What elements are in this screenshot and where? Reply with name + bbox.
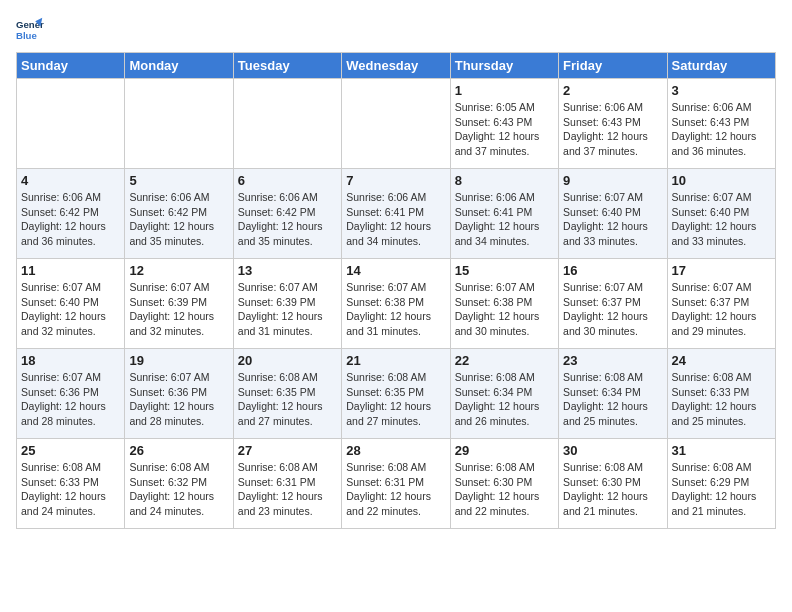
calendar-day-cell <box>233 79 341 169</box>
day-info-text: Sunrise: 6:06 AM Sunset: 6:43 PM Dayligh… <box>563 100 662 159</box>
day-number: 13 <box>238 263 337 278</box>
day-info-text: Sunrise: 6:05 AM Sunset: 6:43 PM Dayligh… <box>455 100 554 159</box>
calendar-week-row: 25Sunrise: 6:08 AM Sunset: 6:33 PM Dayli… <box>17 439 776 529</box>
day-info-text: Sunrise: 6:06 AM Sunset: 6:41 PM Dayligh… <box>346 190 445 249</box>
day-number: 6 <box>238 173 337 188</box>
day-number: 29 <box>455 443 554 458</box>
day-number: 4 <box>21 173 120 188</box>
svg-text:Blue: Blue <box>16 30 37 41</box>
day-number: 12 <box>129 263 228 278</box>
day-info-text: Sunrise: 6:07 AM Sunset: 6:40 PM Dayligh… <box>21 280 120 339</box>
calendar-day-cell: 17Sunrise: 6:07 AM Sunset: 6:37 PM Dayli… <box>667 259 775 349</box>
day-number: 1 <box>455 83 554 98</box>
calendar-day-cell: 9Sunrise: 6:07 AM Sunset: 6:40 PM Daylig… <box>559 169 667 259</box>
day-info-text: Sunrise: 6:08 AM Sunset: 6:35 PM Dayligh… <box>238 370 337 429</box>
calendar-day-cell: 21Sunrise: 6:08 AM Sunset: 6:35 PM Dayli… <box>342 349 450 439</box>
calendar-day-cell: 1Sunrise: 6:05 AM Sunset: 6:43 PM Daylig… <box>450 79 558 169</box>
day-number: 15 <box>455 263 554 278</box>
calendar-day-cell: 28Sunrise: 6:08 AM Sunset: 6:31 PM Dayli… <box>342 439 450 529</box>
day-info-text: Sunrise: 6:07 AM Sunset: 6:39 PM Dayligh… <box>238 280 337 339</box>
calendar-day-cell <box>125 79 233 169</box>
calendar-day-cell: 24Sunrise: 6:08 AM Sunset: 6:33 PM Dayli… <box>667 349 775 439</box>
day-info-text: Sunrise: 6:08 AM Sunset: 6:35 PM Dayligh… <box>346 370 445 429</box>
day-number: 16 <box>563 263 662 278</box>
calendar-day-cell: 18Sunrise: 6:07 AM Sunset: 6:36 PM Dayli… <box>17 349 125 439</box>
day-info-text: Sunrise: 6:06 AM Sunset: 6:42 PM Dayligh… <box>238 190 337 249</box>
day-number: 23 <box>563 353 662 368</box>
day-of-week-header: Saturday <box>667 53 775 79</box>
calendar-week-row: 11Sunrise: 6:07 AM Sunset: 6:40 PM Dayli… <box>17 259 776 349</box>
calendar-day-cell: 5Sunrise: 6:06 AM Sunset: 6:42 PM Daylig… <box>125 169 233 259</box>
calendar-day-cell: 25Sunrise: 6:08 AM Sunset: 6:33 PM Dayli… <box>17 439 125 529</box>
day-of-week-header: Monday <box>125 53 233 79</box>
calendar-day-cell: 10Sunrise: 6:07 AM Sunset: 6:40 PM Dayli… <box>667 169 775 259</box>
day-info-text: Sunrise: 6:06 AM Sunset: 6:42 PM Dayligh… <box>129 190 228 249</box>
day-number: 22 <box>455 353 554 368</box>
day-info-text: Sunrise: 6:07 AM Sunset: 6:40 PM Dayligh… <box>563 190 662 249</box>
calendar-week-row: 4Sunrise: 6:06 AM Sunset: 6:42 PM Daylig… <box>17 169 776 259</box>
calendar-day-cell: 12Sunrise: 6:07 AM Sunset: 6:39 PM Dayli… <box>125 259 233 349</box>
day-number: 11 <box>21 263 120 278</box>
day-info-text: Sunrise: 6:08 AM Sunset: 6:33 PM Dayligh… <box>21 460 120 519</box>
day-number: 31 <box>672 443 771 458</box>
calendar-day-cell <box>342 79 450 169</box>
day-info-text: Sunrise: 6:06 AM Sunset: 6:42 PM Dayligh… <box>21 190 120 249</box>
calendar-week-row: 18Sunrise: 6:07 AM Sunset: 6:36 PM Dayli… <box>17 349 776 439</box>
day-number: 30 <box>563 443 662 458</box>
day-of-week-header: Thursday <box>450 53 558 79</box>
day-info-text: Sunrise: 6:08 AM Sunset: 6:30 PM Dayligh… <box>455 460 554 519</box>
calendar-header-row: SundayMondayTuesdayWednesdayThursdayFrid… <box>17 53 776 79</box>
calendar-day-cell: 19Sunrise: 6:07 AM Sunset: 6:36 PM Dayli… <box>125 349 233 439</box>
day-number: 24 <box>672 353 771 368</box>
calendar-day-cell: 2Sunrise: 6:06 AM Sunset: 6:43 PM Daylig… <box>559 79 667 169</box>
day-number: 5 <box>129 173 228 188</box>
day-info-text: Sunrise: 6:07 AM Sunset: 6:37 PM Dayligh… <box>672 280 771 339</box>
calendar-day-cell: 3Sunrise: 6:06 AM Sunset: 6:43 PM Daylig… <box>667 79 775 169</box>
day-number: 20 <box>238 353 337 368</box>
calendar-day-cell: 6Sunrise: 6:06 AM Sunset: 6:42 PM Daylig… <box>233 169 341 259</box>
calendar-day-cell: 13Sunrise: 6:07 AM Sunset: 6:39 PM Dayli… <box>233 259 341 349</box>
day-number: 10 <box>672 173 771 188</box>
calendar-day-cell: 29Sunrise: 6:08 AM Sunset: 6:30 PM Dayli… <box>450 439 558 529</box>
day-info-text: Sunrise: 6:08 AM Sunset: 6:30 PM Dayligh… <box>563 460 662 519</box>
calendar-day-cell: 11Sunrise: 6:07 AM Sunset: 6:40 PM Dayli… <box>17 259 125 349</box>
day-number: 18 <box>21 353 120 368</box>
day-number: 27 <box>238 443 337 458</box>
calendar-day-cell: 16Sunrise: 6:07 AM Sunset: 6:37 PM Dayli… <box>559 259 667 349</box>
day-info-text: Sunrise: 6:07 AM Sunset: 6:36 PM Dayligh… <box>21 370 120 429</box>
day-number: 7 <box>346 173 445 188</box>
day-info-text: Sunrise: 6:08 AM Sunset: 6:31 PM Dayligh… <box>238 460 337 519</box>
day-number: 25 <box>21 443 120 458</box>
page-header: General Blue <box>16 16 776 44</box>
calendar-day-cell: 15Sunrise: 6:07 AM Sunset: 6:38 PM Dayli… <box>450 259 558 349</box>
calendar-day-cell: 31Sunrise: 6:08 AM Sunset: 6:29 PM Dayli… <box>667 439 775 529</box>
calendar-day-cell: 4Sunrise: 6:06 AM Sunset: 6:42 PM Daylig… <box>17 169 125 259</box>
logo-icon: General Blue <box>16 16 44 44</box>
calendar-day-cell: 30Sunrise: 6:08 AM Sunset: 6:30 PM Dayli… <box>559 439 667 529</box>
day-of-week-header: Friday <box>559 53 667 79</box>
day-number: 3 <box>672 83 771 98</box>
day-info-text: Sunrise: 6:08 AM Sunset: 6:34 PM Dayligh… <box>455 370 554 429</box>
day-number: 8 <box>455 173 554 188</box>
day-number: 9 <box>563 173 662 188</box>
calendar-day-cell <box>17 79 125 169</box>
calendar-day-cell: 20Sunrise: 6:08 AM Sunset: 6:35 PM Dayli… <box>233 349 341 439</box>
day-info-text: Sunrise: 6:08 AM Sunset: 6:29 PM Dayligh… <box>672 460 771 519</box>
day-of-week-header: Tuesday <box>233 53 341 79</box>
calendar-table: SundayMondayTuesdayWednesdayThursdayFrid… <box>16 52 776 529</box>
day-info-text: Sunrise: 6:08 AM Sunset: 6:34 PM Dayligh… <box>563 370 662 429</box>
day-number: 2 <box>563 83 662 98</box>
day-info-text: Sunrise: 6:07 AM Sunset: 6:37 PM Dayligh… <box>563 280 662 339</box>
day-number: 19 <box>129 353 228 368</box>
day-info-text: Sunrise: 6:07 AM Sunset: 6:38 PM Dayligh… <box>455 280 554 339</box>
calendar-day-cell: 22Sunrise: 6:08 AM Sunset: 6:34 PM Dayli… <box>450 349 558 439</box>
day-info-text: Sunrise: 6:07 AM Sunset: 6:40 PM Dayligh… <box>672 190 771 249</box>
day-number: 21 <box>346 353 445 368</box>
day-of-week-header: Wednesday <box>342 53 450 79</box>
day-info-text: Sunrise: 6:08 AM Sunset: 6:31 PM Dayligh… <box>346 460 445 519</box>
day-info-text: Sunrise: 6:08 AM Sunset: 6:33 PM Dayligh… <box>672 370 771 429</box>
calendar-day-cell: 27Sunrise: 6:08 AM Sunset: 6:31 PM Dayli… <box>233 439 341 529</box>
day-number: 17 <box>672 263 771 278</box>
calendar-day-cell: 7Sunrise: 6:06 AM Sunset: 6:41 PM Daylig… <box>342 169 450 259</box>
day-info-text: Sunrise: 6:07 AM Sunset: 6:39 PM Dayligh… <box>129 280 228 339</box>
